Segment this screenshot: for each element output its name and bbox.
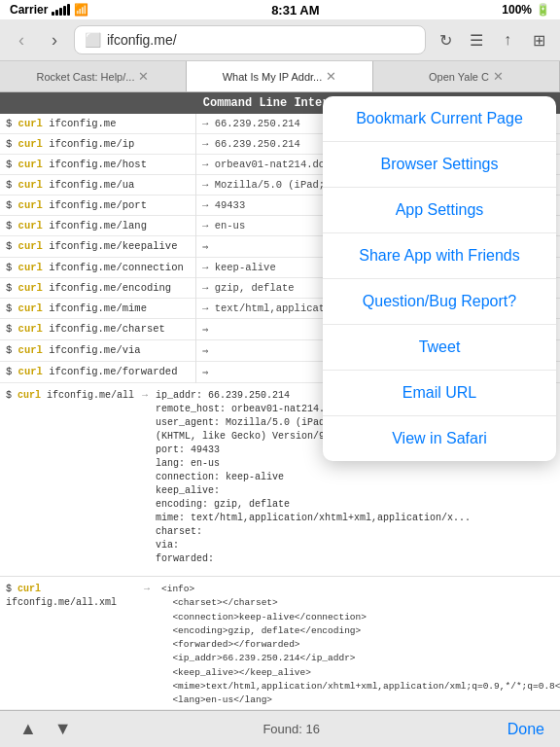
cmd-prefix: $ bbox=[6, 199, 18, 211]
cmd-url: ifconfig.me/lang bbox=[43, 220, 147, 231]
cmd-prefix: $ bbox=[6, 262, 18, 273]
cli-command-cell: $ curl ifconfig.me/charset bbox=[0, 319, 196, 340]
cli-command-cell: $ curl ifconfig.me/connection bbox=[0, 258, 196, 278]
cmd-prefix: $ bbox=[6, 240, 18, 252]
xml-content-text: <info> <charset></charset> <connection>k… bbox=[161, 583, 560, 709]
main-content: Command Line Interface $ curl ifconfig.m… bbox=[0, 92, 560, 709]
tab-label: What Is My IP Addr... bbox=[223, 71, 323, 83]
carrier-label: Carrier bbox=[10, 3, 48, 17]
cmd-url: ifconfig.me/connection bbox=[43, 262, 184, 273]
signal-icon bbox=[52, 4, 70, 16]
xml-output: $ curl ifconfig.me/all.xml → <info> <cha… bbox=[0, 577, 560, 709]
cmd-prefix: $ bbox=[6, 344, 18, 356]
browser-settings-menu-item[interactable]: Browser Settings bbox=[323, 142, 556, 188]
tweet-menu-item[interactable]: Tweet bbox=[323, 325, 556, 371]
battery-icon: 🔋 bbox=[536, 3, 550, 17]
curl-keyword: curl bbox=[18, 302, 43, 314]
tab-open-yale[interactable]: Open Yale C ✕ bbox=[373, 61, 560, 91]
url-bar: ‹ › ⬜ ifconfig.me/ ↻ ☰ ↑ ⊞ bbox=[0, 19, 560, 61]
share-menu-item[interactable]: Share App with Friends bbox=[323, 233, 556, 279]
url-text: ifconfig.me/ bbox=[107, 32, 177, 48]
cmd-prefix: $ bbox=[6, 302, 18, 314]
cli-command-cell: $ curl ifconfig.me/lang bbox=[0, 216, 196, 236]
cli-command-cell: $ curl ifconfig.me/forwarded bbox=[0, 362, 196, 383]
cmd-url: ifconfig.me/mime bbox=[43, 302, 147, 314]
curl-keyword: curl bbox=[18, 282, 43, 294]
app-settings-menu-item[interactable]: App Settings bbox=[323, 188, 556, 233]
status-right: 100% 🔋 bbox=[502, 3, 550, 17]
share-button[interactable]: ↑ bbox=[494, 26, 521, 53]
cmd-url: ifconfig.me bbox=[43, 118, 117, 129]
done-button[interactable]: Done bbox=[508, 721, 544, 738]
curl-keyword: curl bbox=[18, 366, 43, 377]
email-url-menu-item[interactable]: Email URL bbox=[323, 371, 556, 416]
cli-command-cell: $ curl ifconfig.me/mime bbox=[0, 299, 196, 319]
view-in-safari-menu-item[interactable]: View in Safari bbox=[323, 416, 556, 461]
cmd-prefix: $ bbox=[6, 323, 18, 335]
curl-keyword: curl bbox=[18, 344, 43, 356]
dropdown-menu: Bookmark Current Page Browser Settings A… bbox=[323, 96, 556, 461]
cli-command-cell: $ curl ifconfig.me/host bbox=[0, 155, 196, 175]
cli-command-cell: $ curl ifconfig.me/ua bbox=[0, 175, 196, 196]
cmd-url: ifconfig.me/port bbox=[43, 199, 147, 211]
tab-close-icon[interactable]: ✕ bbox=[138, 69, 149, 84]
status-bar: Carrier 📶 8:31 AM 100% 🔋 bbox=[0, 0, 560, 19]
tab-close-icon[interactable]: ✕ bbox=[326, 69, 336, 84]
curl-keyword: curl bbox=[18, 118, 43, 129]
cmd-prefix: $ bbox=[6, 118, 18, 129]
cli-command-cell: $ curl ifconfig.me/encoding bbox=[0, 278, 196, 299]
bug-report-menu-item[interactable]: Question/Bug Report? bbox=[323, 279, 556, 325]
tab-what-is-my-ip[interactable]: What Is My IP Addr... ✕ bbox=[187, 61, 373, 91]
tab-label: Rocket Cast: Help/... bbox=[37, 71, 135, 83]
url-input[interactable]: ⬜ ifconfig.me/ bbox=[74, 25, 426, 54]
time-display: 8:31 AM bbox=[271, 3, 319, 18]
cmd-url: ifconfig.me/keepalive bbox=[43, 240, 178, 252]
browser-icon: ⬜ bbox=[85, 32, 101, 48]
curl-keyword: curl bbox=[18, 220, 43, 231]
tabs-button[interactable]: ⊞ bbox=[525, 26, 552, 53]
cmd-prefix: $ bbox=[6, 138, 18, 150]
xml-cmd-label: $ curl ifconfig.me/all.xml bbox=[6, 583, 132, 610]
cmd-url: ifconfig.me/charset bbox=[43, 323, 165, 335]
tab-close-icon[interactable]: ✕ bbox=[493, 69, 504, 84]
scroll-up-button[interactable]: ▲ bbox=[16, 715, 41, 743]
scroll-down-button[interactable]: ▼ bbox=[51, 715, 76, 743]
bookmark-menu-item[interactable]: Bookmark Current Page bbox=[323, 96, 556, 142]
wifi-icon: 📶 bbox=[74, 3, 88, 17]
cmd-prefix: $ bbox=[6, 366, 18, 377]
curl-keyword: curl bbox=[18, 262, 43, 273]
found-count: Found: 16 bbox=[262, 722, 320, 736]
curl-keyword: curl bbox=[18, 159, 43, 170]
cmd-prefix: $ bbox=[6, 220, 18, 231]
curl-keyword: curl bbox=[18, 199, 43, 211]
cmd-url: ifconfig.me/forwarded bbox=[43, 366, 178, 377]
back-button[interactable]: ‹ bbox=[8, 26, 35, 53]
reload-button[interactable]: ↻ bbox=[432, 26, 459, 53]
curl-keyword: curl bbox=[18, 138, 43, 150]
url-actions: ↻ ☰ ↑ ⊞ bbox=[432, 26, 552, 53]
cmd-url: ifconfig.me/host bbox=[43, 159, 147, 170]
bookmarks-button[interactable]: ☰ bbox=[463, 26, 490, 53]
cli-command-cell: $ curl ifconfig.me/ip bbox=[0, 134, 196, 155]
tabs-bar: Rocket Cast: Help/... ✕ What Is My IP Ad… bbox=[0, 61, 560, 92]
all-cmd-label: $ curl ifconfig.me/all bbox=[6, 389, 134, 403]
forward-button[interactable]: › bbox=[41, 26, 68, 53]
cmd-prefix: $ bbox=[6, 282, 18, 294]
cmd-url: ifconfig.me/ip bbox=[43, 138, 135, 150]
tab-rocket-cast[interactable]: Rocket Cast: Help/... ✕ bbox=[0, 61, 187, 91]
curl-keyword: curl bbox=[18, 179, 43, 191]
cmd-prefix: $ bbox=[6, 159, 18, 170]
cli-command-cell: $ curl ifconfig.me/port bbox=[0, 196, 196, 216]
cli-command-cell: $ curl ifconfig.me/via bbox=[0, 340, 196, 362]
cli-command-cell: $ curl ifconfig.me bbox=[0, 114, 196, 134]
navigation-buttons: ▲ ▼ bbox=[16, 715, 76, 743]
cmd-prefix: $ bbox=[6, 179, 18, 191]
cli-command-cell: $ curl ifconfig.me/keepalive bbox=[0, 236, 196, 258]
cmd-url: ifconfig.me/via bbox=[43, 344, 141, 356]
curl-keyword: curl bbox=[18, 240, 43, 252]
cmd-url: ifconfig.me/encoding bbox=[43, 282, 171, 294]
bottom-bar: ▲ ▼ Found: 16 Done bbox=[0, 710, 560, 747]
curl-keyword: curl bbox=[18, 323, 43, 335]
battery-label: 100% bbox=[502, 3, 532, 17]
status-left: Carrier 📶 bbox=[10, 3, 88, 17]
